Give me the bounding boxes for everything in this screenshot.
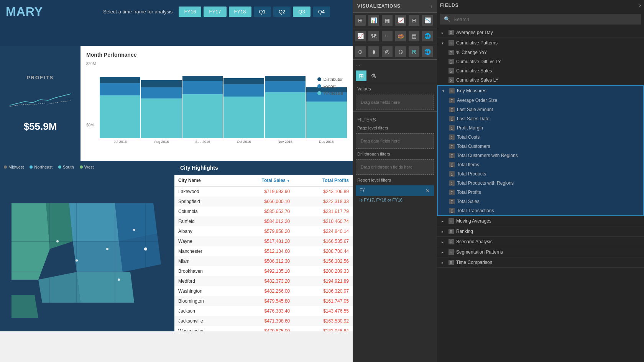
field-item-2-7[interactable]: ∑Total Items [438, 160, 643, 169]
table-row[interactable]: Lakewood$719,693.90$243,106.89 [174, 187, 353, 197]
q2-button[interactable]: Q2 [273, 7, 291, 17]
cell-city-2: Columbia [174, 206, 232, 216]
table-row[interactable]: Jackson$476,383.40$143,476.55 [174, 306, 353, 316]
field-item-2-0[interactable]: ∑Average Order Size [438, 96, 643, 105]
cell-city-7: Miami [174, 256, 232, 266]
viz-icon-matrix[interactable]: 🌐 [422, 31, 433, 41]
viz-icon-globe[interactable]: 🌐 [422, 46, 433, 57]
q1-button[interactable]: Q1 [254, 7, 271, 17]
viz-icon-treemap[interactable]: ▤ [409, 31, 419, 41]
table-row[interactable]: Medford$482,373.20$194,921.89 [174, 276, 353, 286]
field-group-header-4[interactable]: ▸⊞Ranking [437, 226, 644, 236]
col-sales[interactable]: Total Sales ▼ [232, 175, 294, 187]
drag-zone-drillthrough[interactable]: Drag drillthrough fields here [356, 159, 434, 175]
field-group-header-6[interactable]: ▸⊞Segmentation Patterns [437, 247, 644, 257]
table-row[interactable]: Westminster$470,675.00$182,046.84 [174, 326, 353, 331]
bar-stack-4 [265, 76, 306, 138]
table-row[interactable]: Brookhaven$492,135.10$200,289.33 [174, 266, 353, 276]
field-item-2-4[interactable]: ∑Total Costs [438, 133, 643, 142]
table-row[interactable]: Columbia$585,653.70$231,617.79 [174, 206, 353, 216]
viz-icon-pie[interactable]: 🍩 [395, 31, 406, 41]
field-item-1-2[interactable]: ∑Cumulative Sales [437, 66, 644, 75]
field-group-label-7: Time Comparison [456, 260, 639, 265]
search-input[interactable] [453, 16, 637, 22]
viz-icon-stacked-bar[interactable]: ▦ [382, 15, 393, 26]
field-group-header-3[interactable]: ▸⊞Moving Averages [437, 216, 644, 226]
drag-zone-page-filters[interactable]: Drag data fields here [356, 133, 434, 149]
table-row[interactable]: Washington$482,266.00$186,320.97 [174, 286, 353, 296]
table-row[interactable]: Jacksonville$471,398.60$163,530.92 [174, 316, 353, 326]
cell-sales-12: $476,383.40 [232, 306, 294, 316]
sigma-icon-2-1: ∑ [449, 107, 455, 112]
field-item-2-10[interactable]: ∑Total Profits [438, 188, 643, 197]
fields-expand-icon[interactable]: › [639, 2, 641, 8]
legend-distributor: Distributor [317, 77, 343, 82]
viz-icon-table[interactable]: ⊞ [355, 15, 366, 26]
field-item-2-9[interactable]: ∑Total Products with Regions [438, 179, 643, 188]
table-row[interactable]: Wayne$517,481.20$166,535.67 [174, 236, 353, 246]
fields-search-box[interactable]: 🔍 [440, 14, 641, 25]
bar-export-2 [182, 81, 223, 94]
field-item-1-3[interactable]: ∑Cumulative Sales LY [437, 75, 644, 85]
data-table[interactable]: City Name Total Sales ▼ Total Profits La… [174, 175, 353, 331]
fy16-button[interactable]: FY16 [179, 7, 201, 17]
field-group-header-0[interactable]: ▸⊞Averages per Day [437, 28, 644, 38]
field-group-header-1[interactable]: ▾⊞Cumulative Patterns [437, 38, 644, 48]
viz-icon-bar[interactable]: 📊 [368, 15, 379, 26]
cell-profits-2: $231,617.79 [294, 206, 353, 216]
col-profits: Total Profits [294, 175, 353, 187]
field-item-2-1[interactable]: ∑Last Sale Amount [438, 105, 643, 114]
viz-icon-scatter[interactable]: ⋯ [382, 31, 393, 41]
south-dot [58, 165, 61, 169]
field-item-2-5[interactable]: ∑Total Customers [438, 142, 643, 151]
fy18-button[interactable]: FY18 [229, 7, 251, 17]
viz-icon-column[interactable]: 📈 [395, 15, 406, 26]
table-row[interactable]: Fairfield$584,012.20$210,460.74 [174, 216, 353, 226]
bar-chart [100, 62, 347, 138]
export-dot [317, 84, 321, 88]
drag-zone-values[interactable]: Drag data fields here [356, 95, 434, 110]
field-item-2-3[interactable]: ∑Profit Margin [438, 123, 643, 133]
sigma-icon-2-5: ∑ [449, 144, 455, 149]
west-label: West [84, 165, 94, 169]
fy17-button[interactable]: FY17 [204, 7, 226, 17]
q3-button[interactable]: Q3 [293, 7, 310, 17]
filter-close-icon[interactable]: ✕ [426, 188, 430, 194]
cell-sales-9: $482,373.20 [232, 276, 294, 286]
viz-icon-line[interactable]: 📈 [355, 31, 366, 41]
field-item-2-6[interactable]: ∑Total Customers with Regions [438, 151, 643, 160]
field-item-2-2[interactable]: ∑Last Sales Date [438, 114, 643, 123]
table-row[interactable]: Albany$579,858.20$224,840.14 [174, 226, 353, 236]
table-row[interactable]: Miami$506,312.30$156,382.56 [174, 256, 353, 266]
toolbar-fields-icon[interactable]: ⊞ [356, 70, 366, 81]
field-item-2-12[interactable]: ∑Total Transactions [438, 206, 643, 215]
field-group-header-2[interactable]: ▾⊞Key Measures [438, 86, 643, 96]
toolbar-filter-icon[interactable]: ⚗ [368, 70, 379, 81]
x-label-4: Nov 2016 [264, 140, 306, 144]
field-group-label-6: Segmentation Patterns [456, 249, 639, 255]
field-item-2-11[interactable]: ∑Total Sales [438, 197, 643, 206]
viz-icon-gauge[interactable]: ⊙ [355, 46, 366, 57]
viz-icon-ribbon[interactable]: ⌬ [395, 46, 406, 57]
table-row[interactable]: Springfield$666,000.10$222,318.33 [174, 197, 353, 206]
viz-expand-icon[interactable]: › [430, 3, 432, 9]
viz-icon-waterfall[interactable]: 📉 [422, 15, 433, 26]
field-group-header-5[interactable]: ▸⊞Scenario Analysis [437, 237, 644, 247]
cell-profits-8: $200,289.33 [294, 266, 353, 276]
viz-icon-r[interactable]: R [409, 46, 419, 57]
q4-button[interactable]: Q4 [313, 7, 330, 17]
table-row[interactable]: Bloomington$479,545.80$161,747.05 [174, 296, 353, 306]
field-item-1-1[interactable]: ∑Cumulative Diff. vs LY [437, 57, 644, 66]
viz-icon-grid2[interactable]: ⊟ [409, 15, 419, 26]
viz-icon-area[interactable]: 🗺 [368, 31, 379, 41]
viz-icon-donut[interactable]: ◎ [382, 46, 393, 57]
profits-label: PROFITS [27, 75, 54, 80]
field-item-1-0[interactable]: ∑% Change YoY [437, 48, 644, 57]
bottom-row: Midwest Northeast South West [0, 161, 353, 331]
field-item-2-8[interactable]: ∑Total Products [438, 169, 643, 179]
table-row[interactable]: Manchester$512,134.60$208,780.44 [174, 246, 353, 256]
fields-list[interactable]: ▸⊞Averages per Day▾⊞Cumulative Patterns∑… [437, 28, 644, 362]
viz-icon-funnel[interactable]: ⧫ [368, 46, 379, 57]
chevron-right-icon: ▸ [442, 250, 446, 254]
field-group-header-7[interactable]: ▸⊞Time Comparison [437, 257, 644, 267]
